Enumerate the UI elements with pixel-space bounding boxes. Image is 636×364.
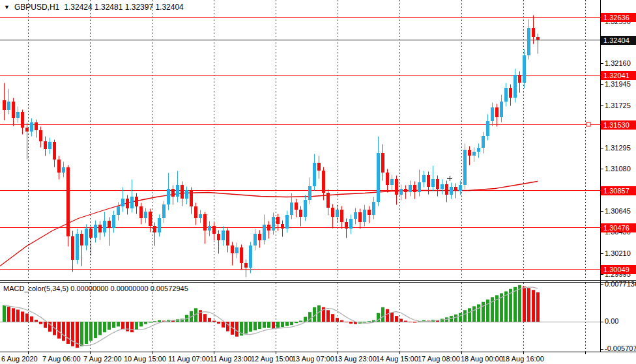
bear-candle[interactable]: [3, 100, 6, 110]
bear-candle[interactable]: [331, 208, 334, 217]
bull-candle[interactable]: [76, 234, 79, 260]
bull-candle[interactable]: [486, 121, 489, 136]
bear-candle[interactable]: [326, 193, 330, 208]
bull-candle[interactable]: [399, 189, 403, 195]
pane-separator[interactable]: [0, 280, 636, 281]
bear-candle[interactable]: [89, 229, 93, 238]
bull-candle[interactable]: [94, 225, 97, 238]
bear-candle[interactable]: [226, 231, 229, 245]
bear-candle[interactable]: [322, 171, 325, 193]
bear-candle[interactable]: [240, 247, 243, 263]
bear-candle[interactable]: [413, 185, 416, 192]
bear-candle[interactable]: [368, 210, 371, 215]
bull-candle[interactable]: [450, 187, 453, 195]
bull-candle[interactable]: [513, 75, 517, 98]
bear-candle[interactable]: [532, 28, 535, 37]
bear-candle[interactable]: [495, 107, 499, 117]
bear-candle[interactable]: [57, 160, 61, 173]
bear-candle[interactable]: [12, 102, 15, 118]
bull-candle[interactable]: [285, 215, 289, 229]
bear-candle[interactable]: [126, 199, 129, 208]
bear-candle[interactable]: [258, 234, 261, 240]
bear-candle[interactable]: [244, 263, 248, 268]
bull-candle[interactable]: [85, 229, 88, 245]
bull-candle[interactable]: [290, 203, 293, 215]
bull-candle[interactable]: [176, 185, 179, 197]
bear-candle[interactable]: [71, 236, 74, 260]
bear-candle[interactable]: [317, 163, 321, 171]
bear-candle[interactable]: [53, 142, 56, 160]
time-axis[interactable]: 6 Aug 20207 Aug 06:007 Aug 22:0010 Aug 1…: [0, 352, 636, 364]
bear-candle[interactable]: [295, 203, 298, 210]
bear-candle[interactable]: [108, 221, 111, 228]
bull-candle[interactable]: [409, 185, 412, 192]
bull-candle[interactable]: [377, 153, 380, 202]
bull-candle[interactable]: [30, 122, 33, 132]
bull-candle[interactable]: [222, 231, 225, 240]
bull-candle[interactable]: [253, 234, 257, 245]
bear-candle[interactable]: [171, 189, 175, 197]
bear-candle[interactable]: [66, 167, 70, 236]
bear-candle[interactable]: [381, 153, 384, 173]
bear-candle[interactable]: [395, 179, 398, 195]
bear-candle[interactable]: [267, 225, 270, 231]
bull-candle[interactable]: [363, 210, 366, 222]
bear-candle[interactable]: [39, 130, 42, 141]
level-line-handle[interactable]: [586, 122, 590, 126]
bear-candle[interactable]: [427, 175, 430, 187]
bear-candle[interactable]: [181, 185, 184, 199]
bull-candle[interactable]: [441, 184, 444, 189]
bear-candle[interactable]: [153, 226, 156, 232]
bear-candle[interactable]: [190, 190, 193, 206]
bull-candle[interactable]: [308, 186, 311, 200]
price-chart-pane[interactable]: [0, 0, 600, 280]
bull-candle[interactable]: [249, 245, 252, 268]
bear-candle[interactable]: [454, 187, 457, 191]
bear-candle[interactable]: [404, 189, 407, 192]
bear-candle[interactable]: [80, 234, 83, 245]
bull-candle[interactable]: [500, 102, 503, 117]
bear-candle[interactable]: [194, 206, 197, 218]
bear-candle[interactable]: [340, 210, 343, 222]
bull-candle[interactable]: [130, 197, 134, 208]
bull-candle[interactable]: [199, 214, 202, 218]
bull-candle[interactable]: [431, 179, 435, 187]
bear-candle[interactable]: [445, 184, 448, 195]
bear-candle[interactable]: [509, 88, 512, 98]
bear-candle[interactable]: [217, 234, 220, 240]
bear-candle[interactable]: [21, 112, 24, 128]
bull-candle[interactable]: [354, 212, 357, 219]
bear-candle[interactable]: [44, 141, 47, 149]
macd-indicator-pane[interactable]: [0, 283, 600, 352]
bear-candle[interactable]: [299, 210, 302, 217]
bear-candle[interactable]: [139, 206, 143, 218]
bull-candle[interactable]: [235, 247, 238, 253]
bull-candle[interactable]: [372, 202, 375, 215]
bull-candle[interactable]: [491, 107, 494, 121]
bear-candle[interactable]: [25, 128, 29, 132]
bull-candle[interactable]: [121, 199, 124, 206]
bear-candle[interactable]: [536, 37, 540, 40]
bull-candle[interactable]: [463, 150, 467, 185]
bull-candle[interactable]: [418, 182, 421, 192]
bear-candle[interactable]: [212, 226, 216, 234]
bull-candle[interactable]: [272, 217, 275, 231]
bear-candle[interactable]: [358, 212, 362, 222]
bull-candle[interactable]: [7, 102, 10, 110]
bull-candle[interactable]: [390, 179, 394, 185]
bull-candle[interactable]: [158, 218, 161, 232]
bear-candle[interactable]: [281, 224, 284, 229]
bear-candle[interactable]: [98, 225, 102, 232]
bull-candle[interactable]: [349, 219, 353, 229]
symbol-dropdown-icon[interactable]: ▼: [4, 3, 10, 11]
bear-candle[interactable]: [231, 245, 234, 253]
bull-candle[interactable]: [48, 142, 51, 149]
bull-candle[interactable]: [112, 215, 115, 228]
bear-candle[interactable]: [203, 214, 207, 231]
bear-candle[interactable]: [468, 150, 471, 156]
bull-candle[interactable]: [459, 185, 462, 191]
bear-candle[interactable]: [436, 179, 439, 189]
bull-candle[interactable]: [523, 55, 526, 83]
bear-candle[interactable]: [518, 75, 521, 83]
bull-candle[interactable]: [422, 175, 426, 182]
